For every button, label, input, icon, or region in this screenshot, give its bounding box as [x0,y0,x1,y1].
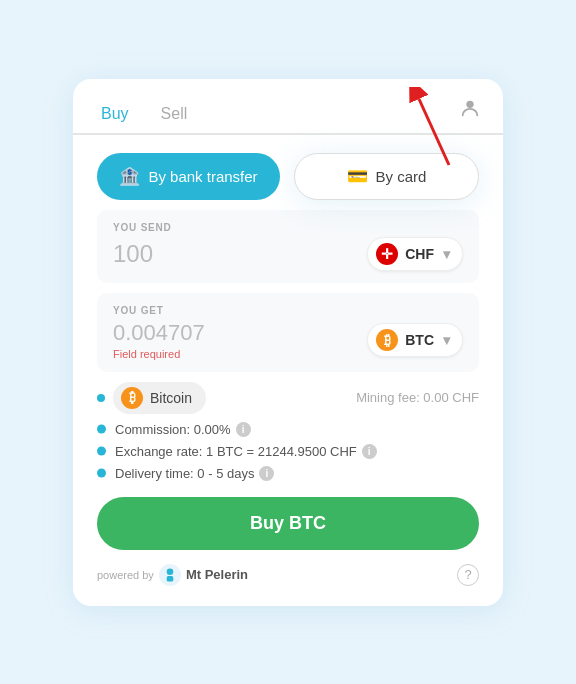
card-button[interactable]: 💳 By card [294,153,479,200]
info-rows-wrap: Commission: 0.00% i Exchange rate: 1 BTC… [73,422,503,481]
card-label: By card [376,168,427,185]
delivery-info-icon[interactable]: i [259,466,274,481]
tab-divider [73,133,503,135]
send-amount[interactable]: 100 [113,240,153,268]
get-amount[interactable]: 0.004707 [113,320,205,346]
get-amount-wrap: 0.004707 Field required [113,320,205,360]
send-currency-selector[interactable]: ✛ CHF ▾ [367,237,463,271]
commission-info-icon[interactable]: i [236,422,251,437]
delivery-time-row: Delivery time: 0 - 5 days i [97,466,479,481]
commission-text: Commission: 0.00% [115,422,231,437]
bank-icon: 🏦 [119,166,140,187]
send-label: YOU SEND [113,222,463,233]
chf-flag: ✛ [376,243,398,265]
exchange-info-icon[interactable]: i [362,444,377,459]
exchange-rate-text: Exchange rate: 1 BTC = 21244.9500 CHF [115,444,357,459]
bank-transfer-button[interactable]: 🏦 By bank transfer [97,153,280,200]
coin-name: Bitcoin [150,390,192,406]
svg-point-2 [466,100,473,107]
get-currency-selector[interactable]: ₿ BTC ▾ [367,323,463,357]
brand-name: Mt Pelerin [186,567,248,582]
help-icon[interactable]: ? [457,564,479,586]
svg-rect-5 [167,576,174,582]
card-icon: 💳 [347,166,368,187]
user-icon-wrap[interactable] [455,93,485,123]
powered-by-text: powered by [97,569,154,581]
payment-methods: 🏦 By bank transfer 💳 By card [73,135,503,210]
get-chevron-icon: ▾ [443,332,450,348]
coin-dot [97,394,105,402]
field-required-error: Field required [113,348,205,360]
delivery-time-text: Delivery time: 0 - 5 days [115,466,254,481]
get-section: YOU GET 0.004707 Field required ₿ BTC ▾ [97,293,479,372]
send-row: 100 ✛ CHF ▾ [113,237,463,271]
pelerin-logo-icon [159,564,181,586]
commission-row: Commission: 0.00% i [97,422,479,437]
send-currency: CHF [405,246,434,262]
get-label: YOU GET [113,305,463,316]
footer: powered by Mt Pelerin ? [73,560,503,586]
mining-fee: Mining fee: 0.00 CHF [356,390,479,405]
commission-dot [97,425,106,434]
user-icon[interactable] [455,93,485,123]
get-currency: BTC [405,332,434,348]
tab-buy[interactable]: Buy [97,97,133,135]
powered-by: powered by Mt Pelerin [97,564,248,586]
info-rows: Commission: 0.00% i Exchange rate: 1 BTC… [73,422,503,481]
bank-label: By bank transfer [148,168,257,185]
delivery-dot [97,469,106,478]
coin-pill[interactable]: ₿ Bitcoin [113,382,206,414]
btc-flag: ₿ [376,329,398,351]
get-row: 0.004707 Field required ₿ BTC ▾ [113,320,463,360]
exchange-dot [97,447,106,456]
coin-row: ₿ Bitcoin Mining fee: 0.00 CHF [97,382,479,414]
buy-button[interactable]: Buy BTC [97,497,479,550]
send-chevron-icon: ▾ [443,246,450,262]
send-section: YOU SEND 100 ✛ CHF ▾ [97,210,479,283]
main-card: Buy Sell 🏦 By bank transfer 💳 By card YO… [73,79,503,606]
svg-point-4 [167,568,174,575]
tab-sell[interactable]: Sell [157,97,192,135]
bitcoin-icon: ₿ [121,387,143,409]
tabs-container: Buy Sell [73,79,503,135]
exchange-rate-row: Exchange rate: 1 BTC = 21244.9500 CHF i [97,444,479,459]
